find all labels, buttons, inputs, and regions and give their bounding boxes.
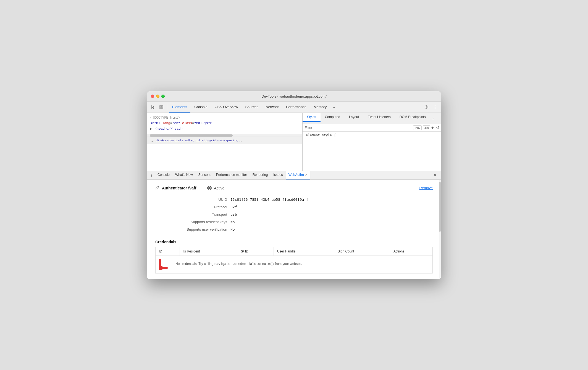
col-actions: Actions (390, 247, 432, 256)
dom-line-3: ▶ <head>…</head> (150, 126, 299, 132)
info-row-uuid: UUID 15c01f56-785f-43b4-ab58-4facd60f9af… (166, 197, 433, 202)
no-credentials-row: No credentials. Try calling navigator.cr… (156, 256, 433, 273)
svg-rect-0 (160, 105, 161, 107)
drawer-tab-console[interactable]: Console (155, 171, 172, 180)
styles-filter-bar: :hov .cls + ◁ (303, 124, 441, 132)
col-user-handle: User Handle (274, 247, 334, 256)
tab-css-overview[interactable]: CSS Overview (211, 101, 242, 113)
toggle-sidebar-icon[interactable]: ◁ (436, 125, 439, 130)
styles-panel: Styles Computed Layout Event Listeners D… (303, 113, 441, 171)
authenticator-header: Authenticator f9aff Active Remove (155, 185, 433, 191)
breadcrumb: … div#credentials.mdl-grid.mdl-grid--no-… (147, 137, 302, 144)
credentials-title: Credentials (155, 240, 433, 244)
settings-icon[interactable] (423, 103, 431, 111)
element-style: element.style { (303, 132, 441, 139)
tab-memory[interactable]: Memory (310, 101, 330, 113)
table-header-row: ID Is Resident RP ID User Handle Sign Co… (156, 247, 433, 256)
info-row-transport: Transport usb (166, 212, 433, 217)
devtools-toolbar: Elements Console CSS Overview Sources Ne… (147, 102, 441, 113)
transport-label: Transport (166, 212, 227, 217)
info-row-resident-keys: Supports resident keys No (166, 220, 433, 224)
resident-keys-label: Supports resident keys (166, 220, 227, 224)
minimize-button[interactable] (156, 95, 159, 98)
close-button[interactable] (151, 95, 154, 98)
bottom-drawer: ⋮ Console What's New Sensors Performance… (147, 171, 441, 279)
filter-input[interactable] (305, 126, 411, 130)
style-tab-dom-breakpoints[interactable]: DOM Breakpoints (395, 113, 430, 122)
user-verification-label: Supports user verification (166, 227, 227, 231)
cls-button[interactable]: .cls (423, 125, 430, 130)
style-tab-computed[interactable]: Computed (321, 113, 345, 122)
maximize-button[interactable] (161, 95, 165, 98)
svg-point-4 (426, 106, 427, 108)
active-label: Active (214, 186, 224, 190)
col-is-resident: Is Resident (180, 247, 236, 256)
vertical-scrollbar[interactable] (439, 180, 441, 279)
svg-rect-3 (162, 107, 163, 109)
resident-keys-value: No (230, 220, 235, 224)
drawer-tab-sensors[interactable]: Sensors (196, 171, 213, 180)
drawer-tab-perf-monitor[interactable]: Performance monitor (213, 171, 250, 180)
tab-console[interactable]: Console (191, 101, 211, 113)
styles-tabs: Styles Computed Layout Event Listeners D… (303, 113, 441, 124)
webauthn-tab-close[interactable]: ✕ (305, 173, 308, 177)
drawer-tab-whats-new[interactable]: What's New (172, 171, 196, 180)
style-tab-event-listeners[interactable]: Event Listeners (363, 113, 395, 122)
svg-rect-1 (162, 105, 163, 107)
protocol-label: Protocol (166, 205, 227, 209)
drawer-close-button[interactable]: ✕ (432, 172, 438, 178)
more-tabs-button[interactable]: » (330, 101, 337, 113)
tab-network[interactable]: Network (262, 101, 282, 113)
inspect-icon[interactable] (158, 103, 165, 111)
dom-panel: <!DOCTYPE html> <html lang="en" class="m… (147, 113, 303, 171)
info-row-user-verification: Supports user verification No (166, 227, 433, 231)
col-sign-count: Sign Count (334, 247, 390, 256)
authenticator-name: Authenticator f9aff (162, 186, 196, 190)
filter-actions: :hov .cls + ◁ (413, 125, 439, 130)
info-row-protocol: Protocol u2f (166, 205, 433, 209)
credentials-table: ID Is Resident RP ID User Handle Sign Co… (155, 247, 433, 273)
drawer-tab-webauthn[interactable]: WebAuthn ✕ (286, 171, 310, 180)
drawer-tab-rendering[interactable]: Rendering (250, 171, 271, 180)
credentials-section: Credentials ID Is Resident RP ID User Ha… (155, 240, 433, 273)
window-title: DevTools - webauthndemo.appspot.com/ (261, 94, 327, 98)
tab-performance[interactable]: Performance (283, 101, 310, 113)
tab-elements[interactable]: Elements (169, 101, 190, 113)
edit-icon[interactable] (155, 185, 160, 191)
uuid-label: UUID (166, 197, 227, 202)
hov-button[interactable]: :hov (413, 125, 422, 130)
drawer-menu-icon[interactable]: ⋮ (148, 171, 155, 179)
webauthn-panel: Authenticator f9aff Active Remove UUID (147, 180, 441, 279)
transport-value: usb (230, 212, 237, 217)
style-tab-layout[interactable]: Layout (345, 113, 363, 122)
user-verification-value: No (230, 227, 235, 231)
no-credentials-code: navigator.credentials.create() (214, 262, 274, 266)
drawer-tabs: ⋮ Console What's New Sensors Performance… (147, 171, 441, 180)
toolbar-separator (167, 104, 167, 110)
tab-sources[interactable]: Sources (242, 101, 262, 113)
horizontal-scrollbar[interactable] (147, 134, 302, 137)
title-bar: DevTools - webauthndemo.appspot.com/ (147, 91, 441, 102)
protocol-value: u2f (230, 205, 237, 209)
drawer-content: Authenticator f9aff Active Remove UUID (147, 180, 441, 279)
top-panels: <!DOCTYPE html> <html lang="en" class="m… (147, 113, 441, 171)
breadcrumb-more[interactable]: … (239, 139, 242, 142)
remove-link[interactable]: Remove (419, 186, 433, 190)
dom-line-1: <!DOCTYPE html> (150, 115, 299, 121)
dom-line-2: <html lang="en" class="mdl-js"> (150, 121, 299, 126)
radio-inner (208, 187, 211, 189)
devtools-window: DevTools - webauthndemo.appspot.com/ Ele… (147, 91, 441, 279)
breadcrumb-dots[interactable]: … (150, 138, 155, 143)
cursor-icon[interactable] (149, 103, 157, 111)
uuid-value: 15c01f56-785f-43b4-ab58-4facd60f9aff (230, 197, 308, 202)
add-style-icon[interactable]: + (431, 125, 434, 130)
svg-rect-2 (160, 107, 161, 109)
col-id: ID (156, 247, 180, 256)
active-indicator: Active (207, 186, 419, 190)
more-styles-tabs[interactable]: » (430, 113, 437, 124)
style-tab-styles[interactable]: Styles (303, 113, 321, 122)
more-menu-icon[interactable]: ⋮ (431, 103, 439, 111)
active-radio[interactable] (207, 186, 212, 190)
dom-content: <!DOCTYPE html> <html lang="en" class="m… (147, 113, 302, 134)
drawer-tab-issues[interactable]: Issues (271, 171, 286, 180)
